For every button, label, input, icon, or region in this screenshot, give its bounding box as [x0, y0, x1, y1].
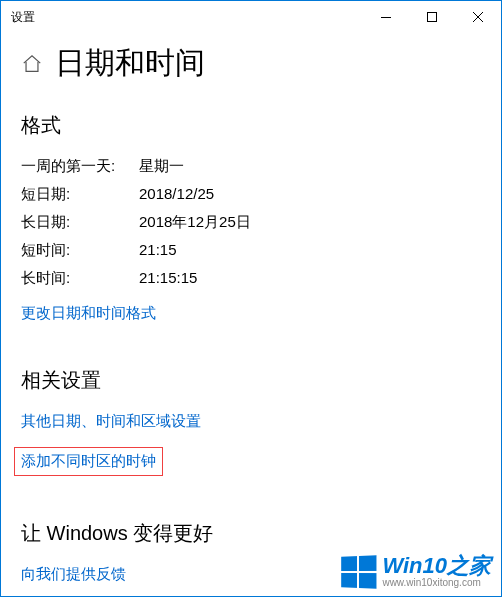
- page-header: 日期和时间: [21, 43, 481, 84]
- format-label: 一周的第一天:: [21, 157, 139, 176]
- format-row: 一周的第一天: 星期一: [21, 157, 481, 176]
- change-format-link[interactable]: 更改日期和时间格式: [21, 304, 156, 323]
- format-row: 短日期: 2018/12/25: [21, 185, 481, 204]
- window-controls: [363, 1, 501, 33]
- format-value: 21:15:15: [139, 269, 481, 288]
- add-clocks-link[interactable]: 添加不同时区的时钟: [21, 452, 156, 471]
- home-icon[interactable]: [21, 53, 43, 75]
- format-section-title: 格式: [21, 112, 481, 139]
- add-clocks-highlight: 添加不同时区的时钟: [14, 447, 163, 476]
- content-area: 日期和时间 格式 一周的第一天: 星期一 短日期: 2018/12/25 长日期…: [1, 33, 501, 584]
- close-button[interactable]: [455, 1, 501, 33]
- format-label: 长时间:: [21, 269, 139, 288]
- svg-rect-0: [381, 17, 391, 18]
- page-title: 日期和时间: [55, 43, 205, 84]
- related-section-title: 相关设置: [21, 367, 481, 394]
- titlebar: 设置: [1, 1, 501, 33]
- format-row: 长日期: 2018年12月25日: [21, 213, 481, 232]
- format-label: 长日期:: [21, 213, 139, 232]
- format-value: 星期一: [139, 157, 481, 176]
- svg-rect-1: [428, 13, 437, 22]
- watermark: Win10之家 www.win10xitong.com: [340, 555, 491, 588]
- watermark-sub: www.win10xitong.com: [382, 577, 491, 588]
- format-label: 短日期:: [21, 185, 139, 204]
- minimize-button[interactable]: [363, 1, 409, 33]
- other-region-link[interactable]: 其他日期、时间和区域设置: [21, 412, 201, 431]
- format-row: 短时间: 21:15: [21, 241, 481, 260]
- feedback-link[interactable]: 向我们提供反馈: [21, 565, 126, 584]
- feedback-section-title: 让 Windows 变得更好: [21, 520, 481, 547]
- format-value: 2018/12/25: [139, 185, 481, 204]
- format-value: 2018年12月25日: [139, 213, 481, 232]
- watermark-text: Win10之家 www.win10xitong.com: [382, 555, 491, 588]
- format-row: 长时间: 21:15:15: [21, 269, 481, 288]
- format-table: 一周的第一天: 星期一 短日期: 2018/12/25 长日期: 2018年12…: [21, 157, 481, 288]
- maximize-button[interactable]: [409, 1, 455, 33]
- watermark-main: Win10之家: [382, 555, 491, 577]
- format-value: 21:15: [139, 241, 481, 260]
- windows-logo-icon: [342, 555, 377, 589]
- window-title: 设置: [11, 9, 363, 26]
- format-label: 短时间:: [21, 241, 139, 260]
